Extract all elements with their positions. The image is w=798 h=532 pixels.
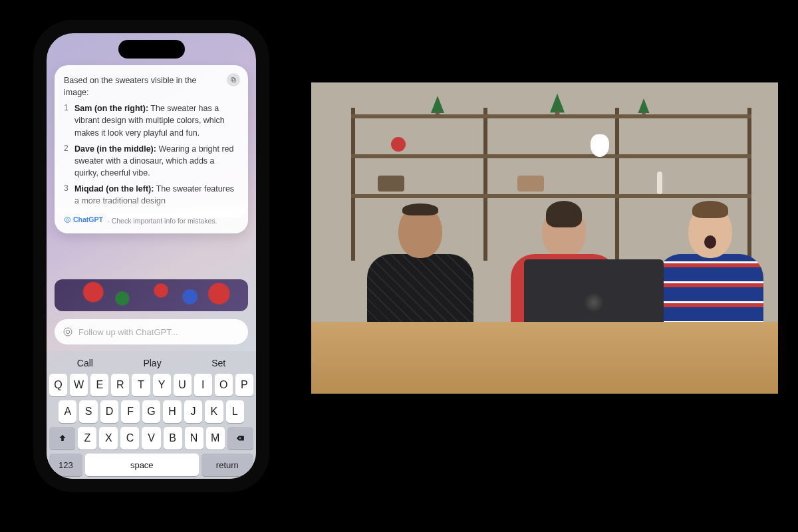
- key-k[interactable]: K: [205, 400, 223, 423]
- chatgpt-icon: [64, 216, 71, 223]
- key-a[interactable]: A: [59, 400, 76, 423]
- keyboard-suggestions: Call Play Set: [49, 355, 253, 374]
- key-f[interactable]: F: [121, 400, 139, 423]
- svg-rect-0: [232, 78, 235, 82]
- svg-point-3: [64, 328, 72, 336]
- shift-key[interactable]: [49, 427, 75, 450]
- followup-placeholder: Follow up with ChatGPT...: [78, 327, 178, 337]
- key-e[interactable]: E: [90, 374, 108, 396]
- key-g[interactable]: G: [142, 400, 160, 423]
- keyboard-row-4: 123 space return: [49, 454, 253, 476]
- key-r[interactable]: R: [111, 374, 129, 396]
- followup-input[interactable]: Follow up with ChatGPT...: [55, 319, 248, 344]
- key-t[interactable]: T: [132, 374, 150, 396]
- iphone-frame: Based on the sweaters visible in the ima…: [40, 27, 263, 485]
- key-q[interactable]: Q: [49, 374, 67, 396]
- keyboard-row-1: Q W E R T Y U I O P: [49, 374, 253, 396]
- response-list: Sam (on the right): The sweater has a vi…: [64, 102, 239, 207]
- svg-rect-1: [231, 78, 235, 81]
- presentation-video-thumbnail: [311, 82, 778, 394]
- copy-icon: [230, 76, 237, 83]
- key-i[interactable]: I: [194, 374, 212, 396]
- keyboard-row-2: A S D F G H J K L: [49, 400, 253, 423]
- key-z[interactable]: Z: [78, 427, 96, 450]
- response-item: Dave (in the middle): Wearing a bright r…: [64, 143, 239, 179]
- key-h[interactable]: H: [163, 400, 181, 423]
- table: [311, 322, 778, 394]
- dynamic-island: [118, 40, 185, 59]
- assistant-response-card: Based on the sweaters visible in the ima…: [55, 65, 248, 233]
- shift-icon: [58, 434, 67, 443]
- key-c[interactable]: C: [120, 427, 139, 450]
- key-s[interactable]: S: [79, 400, 97, 423]
- response-item: Miqdad (on the left): The sweater featur…: [64, 183, 239, 207]
- svg-point-2: [65, 217, 70, 223]
- key-n[interactable]: N: [185, 427, 203, 450]
- numbers-key[interactable]: 123: [49, 454, 82, 476]
- key-o[interactable]: O: [215, 374, 233, 396]
- response-item: Sam (on the right): The sweater has a vi…: [64, 102, 239, 138]
- copy-response-button[interactable]: [227, 73, 240, 86]
- backspace-key[interactable]: [227, 427, 253, 450]
- chatgpt-input-icon: [63, 327, 73, 337]
- key-b[interactable]: B: [164, 427, 182, 450]
- ios-keyboard: Call Play Set Q W E R T Y U I O P A S D …: [47, 351, 256, 479]
- key-x[interactable]: X: [99, 427, 118, 450]
- key-u[interactable]: U: [174, 374, 192, 396]
- suggestion[interactable]: Call: [61, 356, 109, 370]
- camera-preview-strip: [55, 279, 248, 311]
- key-p[interactable]: P: [235, 374, 253, 396]
- suggestion[interactable]: Set: [196, 356, 241, 370]
- space-key[interactable]: space: [85, 454, 199, 476]
- key-l[interactable]: L: [226, 400, 244, 423]
- key-d[interactable]: D: [100, 400, 118, 423]
- key-w[interactable]: W: [70, 374, 88, 396]
- response-intro: Based on the sweaters visible in the ima…: [64, 74, 239, 98]
- chatgpt-brand: ChatGPT: [64, 215, 103, 225]
- return-key[interactable]: return: [201, 454, 253, 476]
- phone-screen: Based on the sweaters visible in the ima…: [47, 33, 256, 479]
- suggestion[interactable]: Play: [127, 356, 177, 370]
- key-m[interactable]: M: [206, 427, 225, 450]
- backspace-icon: [235, 434, 245, 443]
- key-j[interactable]: J: [184, 400, 202, 423]
- response-attribution: ChatGPT · Check important info for mista…: [64, 211, 239, 226]
- key-y[interactable]: Y: [153, 374, 171, 396]
- keyboard-row-3: Z X C V B N M: [49, 427, 253, 450]
- key-v[interactable]: V: [142, 427, 160, 450]
- svg-point-4: [66, 330, 69, 333]
